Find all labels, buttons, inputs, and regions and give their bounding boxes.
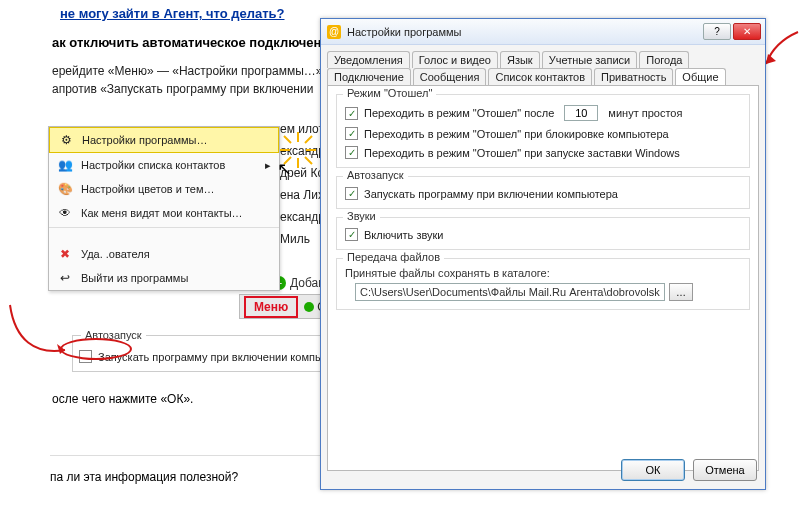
menu-item-visibility[interactable]: 👁 Как меня видят мои контакты…: [49, 201, 279, 225]
menu-item-theme-settings[interactable]: 🎨 Настройки цветов и тем…: [49, 177, 279, 201]
checkbox-checked[interactable]: ✓: [345, 127, 358, 140]
submenu-arrow-icon: ▸: [265, 159, 271, 172]
tab-notifications[interactable]: Уведомления: [327, 51, 410, 68]
fieldset-sounds: Звуки ✓ Включить звуки: [336, 217, 750, 250]
menu-item-delete-user[interactable]: ✖ Уда. .ователя: [49, 242, 279, 266]
annotation-arrow: [764, 30, 800, 70]
help-button[interactable]: ?: [703, 23, 731, 40]
tab-messages[interactable]: Сообщения: [413, 68, 487, 85]
fieldset-title: Режим "Отошел": [343, 87, 436, 99]
checkbox-label: Переходить в режим "Отошел" после: [364, 107, 554, 119]
dialog-button-row: ОК Отмена: [621, 459, 757, 481]
away-minutes-input[interactable]: [564, 105, 598, 121]
menu-item-contactlist-settings[interactable]: 👥 Настройки списка контактов ▸: [49, 153, 279, 177]
fieldset-title: Автозапуск: [343, 169, 408, 181]
checkbox-checked[interactable]: ✓: [345, 228, 358, 241]
cursor-icon: ↖: [277, 158, 292, 180]
people-icon: 👥: [57, 157, 73, 173]
tab-voice-video[interactable]: Голос и видео: [412, 51, 498, 68]
settings-dialog: @ Настройки программы ? ✕ Уведомления Го…: [320, 18, 766, 490]
annotation-arrow: [5, 300, 95, 370]
menu-separator: [49, 227, 279, 228]
fieldset-title: Звуки: [343, 210, 380, 222]
dialog-titlebar[interactable]: @ Настройки программы ? ✕: [321, 19, 765, 45]
eye-icon: 👁: [57, 205, 73, 221]
tab-weather[interactable]: Погода: [639, 51, 689, 68]
tab-general[interactable]: Общие: [675, 68, 725, 85]
checkbox-label: Переходить в режим "Отошел" при блокиров…: [364, 128, 669, 140]
checkbox-label: Запускать программу при включении компью…: [364, 188, 618, 200]
tab-connection[interactable]: Подключение: [327, 68, 411, 85]
svg-line-4: [284, 136, 291, 143]
menu-item-label: Настройки цветов и тем…: [81, 183, 215, 195]
fieldset-files: Передача файлов Принятые файлы сохранять…: [336, 258, 750, 310]
checkbox-label: Переходить в режим "Отошел" при запуске …: [364, 147, 680, 159]
palette-icon: 🎨: [57, 181, 73, 197]
tab-privacy[interactable]: Приватность: [594, 68, 673, 85]
menu-item-label: Выйти из программы: [81, 272, 188, 284]
menu-item-label: Как меня видят мои контакты…: [81, 207, 243, 219]
files-path-label: Принятые файлы сохранять в каталоге:: [345, 267, 741, 279]
context-menu: ⚙ Настройки программы… 👥 Настройки списк…: [48, 126, 280, 291]
checkbox-checked[interactable]: ✓: [345, 107, 358, 120]
fieldset-autorun: Автозапуск ✓ Запускать программу при вкл…: [336, 176, 750, 209]
checkbox-checked[interactable]: ✓: [345, 187, 358, 200]
menu-item-settings[interactable]: ⚙ Настройки программы…: [49, 127, 279, 153]
checkbox-label: Запускать программу при включении компь: [98, 351, 321, 363]
close-button[interactable]: ✕: [733, 23, 761, 40]
gear-icon: ⚙: [58, 132, 74, 148]
checkbox-checked[interactable]: ✓: [345, 146, 358, 159]
tab-language[interactable]: Язык: [500, 51, 540, 68]
menu-item-label: Настройки программы…: [82, 134, 207, 146]
dialog-title: Настройки программы: [347, 26, 697, 38]
fieldset-away: Режим "Отошел" ✓ Переходить в режим "Ото…: [336, 94, 750, 168]
menu-item-exit[interactable]: ↩ Выйти из программы: [49, 266, 279, 290]
delete-icon: ✖: [57, 246, 73, 262]
checkbox-label: Включить звуки: [364, 229, 444, 241]
svg-line-5: [305, 157, 312, 164]
exit-icon: ↩: [57, 270, 73, 286]
app-icon: @: [327, 25, 341, 39]
tab-panel-general: Режим "Отошел" ✓ Переходить в режим "Ото…: [327, 85, 759, 471]
menu-item-label: Уда. .ователя: [81, 248, 150, 260]
menu-item-label: Настройки списка контактов: [81, 159, 257, 171]
files-path-input[interactable]: [355, 283, 665, 301]
menu-button[interactable]: Меню: [244, 296, 298, 318]
svg-line-6: [305, 136, 312, 143]
browse-button[interactable]: …: [669, 283, 693, 301]
tab-accounts[interactable]: Учетные записи: [542, 51, 638, 68]
cancel-button[interactable]: Отмена: [693, 459, 757, 481]
tab-contacts[interactable]: Список контактов: [488, 68, 592, 85]
fieldset-title: Передача файлов: [343, 251, 444, 263]
checkbox-label-suffix: минут простоя: [608, 107, 682, 119]
status-dot-icon: [304, 302, 314, 312]
tab-strip: Уведомления Голос и видео Язык Учетные з…: [321, 45, 765, 85]
feedback-question: па ли эта информация полезной?: [50, 455, 360, 498]
ok-button[interactable]: ОК: [621, 459, 685, 481]
instruction-text: осле чего нажмите «ОК».: [52, 392, 193, 406]
